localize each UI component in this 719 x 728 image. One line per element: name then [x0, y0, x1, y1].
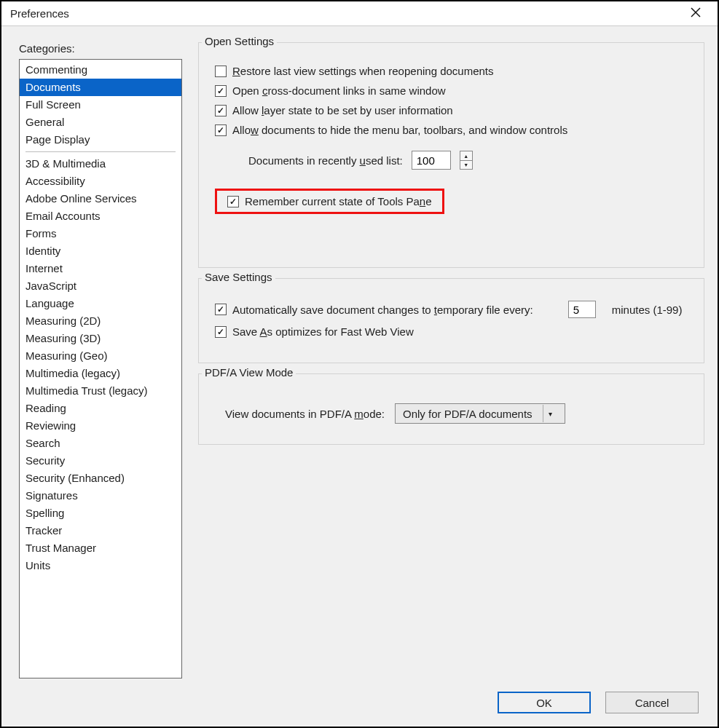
category-item[interactable]: Trust Manager	[20, 539, 181, 557]
category-item[interactable]: Reading	[20, 400, 181, 417]
pdfa-group: PDF/A View Mode View documents in PDF/A …	[198, 373, 704, 445]
category-item[interactable]: Measuring (3D)	[20, 330, 181, 347]
category-item[interactable]: 3D & Multimedia	[20, 155, 181, 173]
autosave-checkbox[interactable]	[215, 304, 227, 315]
fast-web-label: Save As optimizes for Fast Web View	[232, 325, 414, 338]
category-item[interactable]: Tracker	[20, 522, 181, 539]
open-settings-legend: Open Settings	[202, 35, 277, 47]
category-item[interactable]: Reviewing	[20, 417, 181, 435]
close-button[interactable]	[681, 7, 710, 20]
spinner-up[interactable]: ▲	[460, 151, 472, 160]
pdfa-mode-select[interactable]: Only for PDF/A documents ▾	[395, 403, 565, 424]
ok-button[interactable]: OK	[498, 692, 591, 713]
category-item[interactable]: Page Display	[20, 131, 181, 149]
save-settings-group: Save Settings Automatically save documen…	[198, 278, 704, 363]
category-item[interactable]: Full Screen	[20, 96, 181, 114]
recent-list-row: Documents in recently used list: ▲ ▼	[248, 151, 692, 170]
chevron-down-icon: ▾	[543, 405, 557, 422]
category-item[interactable]: Spelling	[20, 505, 181, 522]
restore-view-checkbox[interactable]	[215, 66, 227, 77]
cancel-button[interactable]: Cancel	[605, 692, 699, 713]
category-item[interactable]: Search	[20, 435, 181, 452]
category-separator	[25, 151, 176, 152]
close-icon	[691, 7, 701, 17]
window-title: Preferences	[10, 7, 681, 20]
category-item[interactable]: Security	[20, 452, 181, 470]
category-item[interactable]: Measuring (2D)	[20, 312, 181, 330]
category-item[interactable]: Multimedia (legacy)	[20, 365, 181, 382]
dialog-body: Categories: CommentingDocumentsFull Scre…	[1, 26, 718, 684]
autosave-suffix: minutes (1-99)	[612, 304, 683, 316]
recent-list-spinner: ▲ ▼	[460, 151, 473, 170]
category-item[interactable]: Accessibility	[20, 173, 181, 190]
autosave-input[interactable]	[568, 301, 596, 318]
restore-view-label: Restore last view settings when reopenin…	[232, 65, 494, 77]
categories-label: Categories:	[19, 42, 182, 55]
category-item[interactable]: Units	[20, 557, 181, 574]
recent-list-input[interactable]	[412, 151, 451, 170]
category-item[interactable]: Email Accounts	[20, 207, 181, 225]
pdfa-row: View documents in PDF/A mode: Only for P…	[225, 403, 692, 424]
recent-list-label: Documents in recently used list:	[248, 154, 403, 167]
category-item[interactable]: Adobe Online Services	[20, 190, 181, 207]
pdfa-legend: PDF/A View Mode	[202, 366, 296, 379]
remember-tools-checkbox[interactable]	[227, 196, 239, 207]
hide-menu-checkbox[interactable]	[215, 124, 227, 136]
cross-links-row[interactable]: Open cross-document links in same window	[215, 84, 692, 97]
category-item[interactable]: Security (Enhanced)	[20, 470, 181, 487]
category-item[interactable]: Signatures	[20, 487, 181, 505]
category-item[interactable]: Identity	[20, 242, 181, 260]
titlebar: Preferences	[1, 1, 718, 26]
layer-state-row[interactable]: Allow layer state to be set by user info…	[215, 104, 692, 116]
settings-panel: Open Settings Restore last view settings…	[198, 42, 704, 678]
cross-links-checkbox[interactable]	[215, 85, 227, 97]
category-item[interactable]: Commenting	[20, 61, 181, 79]
pdfa-mode-value: Only for PDF/A documents	[403, 408, 537, 420]
remember-tools-label: Remember current state of Tools Pane	[245, 195, 432, 207]
dialog-footer: OK Cancel	[1, 684, 718, 727]
preferences-dialog: Preferences Categories: CommentingDocume…	[0, 0, 719, 728]
cross-links-label: Open cross-document links in same window	[232, 84, 446, 97]
fast-web-checkbox[interactable]	[215, 326, 227, 338]
spinner-down[interactable]: ▼	[460, 160, 472, 169]
hide-menu-row[interactable]: Allow documents to hide the menu bar, to…	[215, 124, 692, 136]
restore-view-row[interactable]: Restore last view settings when reopenin…	[215, 65, 692, 77]
fast-web-row[interactable]: Save As optimizes for Fast Web View	[215, 325, 692, 338]
layer-state-checkbox[interactable]	[215, 105, 227, 116]
category-item[interactable]: Internet	[20, 260, 181, 277]
category-item[interactable]: General	[20, 114, 181, 131]
category-item[interactable]: JavaScript	[20, 277, 181, 295]
autosave-label: Automatically save document changes to t…	[232, 304, 533, 316]
remember-tools-row[interactable]: Remember current state of Tools Pane	[215, 189, 444, 214]
pdfa-label: View documents in PDF/A mode:	[225, 408, 385, 420]
save-settings-legend: Save Settings	[202, 271, 275, 283]
category-item[interactable]: Measuring (Geo)	[20, 347, 181, 365]
autosave-row[interactable]: Automatically save document changes to t…	[215, 301, 692, 318]
category-item[interactable]: Language	[20, 295, 181, 312]
hide-menu-label: Allow documents to hide the menu bar, to…	[232, 124, 567, 136]
categories-list[interactable]: CommentingDocumentsFull ScreenGeneralPag…	[19, 59, 182, 678]
open-settings-group: Open Settings Restore last view settings…	[198, 42, 704, 268]
categories-panel: Categories: CommentingDocumentsFull Scre…	[19, 42, 182, 678]
category-item[interactable]: Documents	[20, 79, 181, 96]
category-item[interactable]: Multimedia Trust (legacy)	[20, 382, 181, 400]
category-item[interactable]: Forms	[20, 225, 181, 242]
layer-state-label: Allow layer state to be set by user info…	[232, 104, 453, 116]
